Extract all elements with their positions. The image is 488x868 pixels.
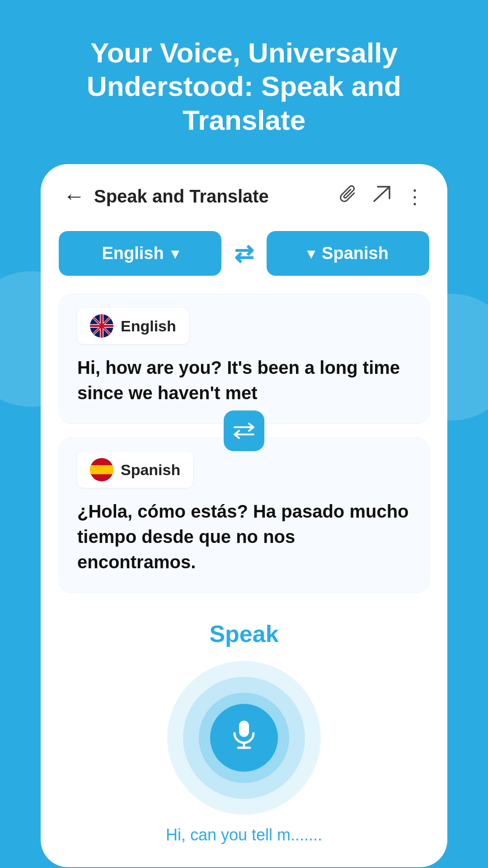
svg-rect-2 xyxy=(90,465,113,474)
source-language-button[interactable]: English ▾ xyxy=(59,231,221,276)
hero-title: Your Voice, Universally Understood: Spea… xyxy=(0,0,488,164)
swap-languages-icon[interactable]: ⇄ xyxy=(234,240,254,267)
target-translation-box: Spanish ¿Hola, cómo estás? Ha pasado muc… xyxy=(59,438,429,593)
spain-flag-icon xyxy=(90,458,113,481)
translation-section: English Hi, how are you? It's been a lon… xyxy=(41,294,447,593)
back-button[interactable]: ← xyxy=(63,185,85,207)
app-title: Speak and Translate xyxy=(94,186,329,207)
phone-card: ← Speak and Translate ⋮ English ▾ xyxy=(41,164,447,867)
speak-section: Speak Hi, can you tell m....... xyxy=(41,593,447,867)
target-lang-label-badge: Spanish xyxy=(77,452,193,488)
language-bar: English ▾ ⇄ ▾ Spanish xyxy=(41,222,447,294)
mic-area xyxy=(167,661,321,815)
target-language-button[interactable]: ▾ Spanish xyxy=(267,231,429,276)
speak-label: Speak xyxy=(209,620,278,647)
source-translation-box: English Hi, how are you? It's been a lon… xyxy=(59,294,429,424)
source-translation-text: Hi, how are you? It's been a long time s… xyxy=(77,355,411,406)
uk-flag-icon xyxy=(90,314,113,338)
target-chevron-icon: ▾ xyxy=(307,245,314,262)
topbar-actions: ⋮ xyxy=(338,184,425,208)
source-lang-label-badge: English xyxy=(77,308,189,344)
topbar: ← Speak and Translate ⋮ xyxy=(41,164,447,222)
speak-hint-text: Hi, can you tell m....... xyxy=(166,826,322,844)
target-language-label: Spanish xyxy=(322,244,389,263)
source-language-label: English xyxy=(102,244,164,263)
source-chevron-icon: ▾ xyxy=(171,245,178,262)
more-icon[interactable]: ⋮ xyxy=(405,185,425,208)
source-lang-name: English xyxy=(121,317,176,335)
send-icon[interactable] xyxy=(371,184,391,208)
attach-icon[interactable] xyxy=(338,184,358,208)
svg-rect-3 xyxy=(239,721,249,737)
target-translation-text: ¿Hola, cómo estás? Ha pasado mucho tiemp… xyxy=(77,499,411,575)
microphone-button[interactable] xyxy=(210,704,278,772)
swap-center-button[interactable] xyxy=(224,410,264,451)
target-lang-name: Spanish xyxy=(121,461,180,479)
microphone-icon xyxy=(228,718,260,757)
